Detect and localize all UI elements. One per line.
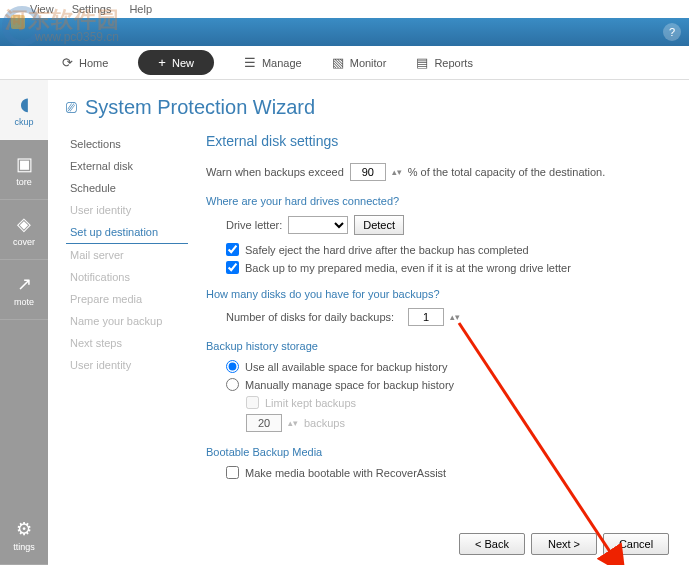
titlebar: ? bbox=[0, 18, 689, 46]
list-icon: ☰ bbox=[244, 55, 256, 70]
wizard: Selections External disk Schedule User i… bbox=[66, 133, 669, 555]
limit-label: Limit kept backups bbox=[265, 397, 356, 409]
step-selections[interactable]: Selections bbox=[66, 133, 188, 155]
history-heading: Backup history storage bbox=[206, 340, 669, 352]
sidebar-recover[interactable]: ◈cover bbox=[0, 200, 48, 260]
step-userid2: User identity bbox=[66, 354, 188, 376]
back-button[interactable]: < Back bbox=[459, 533, 525, 555]
disk-icon: ◖ bbox=[20, 93, 29, 115]
bootable-checkbox[interactable] bbox=[226, 466, 239, 479]
tab-reports[interactable]: ▤Reports bbox=[416, 55, 473, 70]
manual-label: Manually manage space for backup history bbox=[245, 379, 454, 391]
sidebar-settings[interactable]: ⚙ttings bbox=[0, 505, 48, 565]
step-name: Name your backup bbox=[66, 310, 188, 332]
tab-manage-label: Manage bbox=[262, 57, 302, 69]
tab-reports-label: Reports bbox=[434, 57, 473, 69]
tab-new-label: New bbox=[172, 57, 194, 69]
sidebar: ◖ckup ▣tore ◈cover ↗mote ⚙ttings bbox=[0, 80, 48, 565]
bootable-label: Make media bootable with RecoverAssist bbox=[245, 467, 446, 479]
sidebar-restore-label: tore bbox=[16, 177, 32, 187]
tab-manage[interactable]: ☰Manage bbox=[244, 55, 302, 70]
tab-monitor[interactable]: ▧Monitor bbox=[332, 55, 387, 70]
gear-icon: ⚙ bbox=[16, 518, 32, 540]
panel-title: External disk settings bbox=[206, 133, 669, 149]
howmany-heading: How many disks do you have for your back… bbox=[206, 288, 669, 300]
recover-icon: ◈ bbox=[17, 213, 31, 235]
limit-value-input bbox=[246, 414, 282, 432]
sidebar-settings-label: ttings bbox=[13, 542, 35, 552]
step-external[interactable]: External disk bbox=[66, 155, 188, 177]
drive-letter-label: Drive letter: bbox=[226, 219, 282, 231]
page-title-text: System Protection Wizard bbox=[85, 96, 315, 119]
step-prepare: Prepare media bbox=[66, 288, 188, 310]
devices-icon: ⎚ bbox=[66, 97, 77, 118]
drive-letter-select[interactable] bbox=[288, 216, 348, 234]
warn-threshold-input[interactable] bbox=[350, 163, 386, 181]
main: ◖ckup ▣tore ◈cover ↗mote ⚙ttings ⎚ Syste… bbox=[0, 80, 689, 565]
help-button[interactable]: ? bbox=[663, 23, 681, 41]
sidebar-restore[interactable]: ▣tore bbox=[0, 140, 48, 200]
step-schedule[interactable]: Schedule bbox=[66, 177, 188, 199]
tab-new[interactable]: +New bbox=[138, 50, 214, 75]
use-all-label: Use all available space for backup histo… bbox=[245, 361, 447, 373]
menu-view[interactable]: View bbox=[30, 3, 54, 15]
page-title: ⎚ System Protection Wizard bbox=[66, 96, 669, 119]
next-button[interactable]: Next > bbox=[531, 533, 597, 555]
num-disks-input[interactable] bbox=[408, 308, 444, 326]
image-icon: ▣ bbox=[16, 153, 33, 175]
content: ⎚ System Protection Wizard Selections Ex… bbox=[48, 80, 689, 565]
clipboard-icon: ▤ bbox=[416, 55, 428, 70]
limit-suffix: backups bbox=[304, 417, 345, 429]
use-all-radio[interactable] bbox=[226, 360, 239, 373]
menu-settings[interactable]: Settings bbox=[72, 3, 112, 15]
step-userid: User identity bbox=[66, 199, 188, 221]
safe-eject-checkbox[interactable] bbox=[226, 243, 239, 256]
step-mail: Mail server bbox=[66, 244, 188, 266]
arrow-icon: ↗ bbox=[17, 273, 32, 295]
settings-panel: External disk settings Warn when backups… bbox=[188, 133, 669, 555]
chart-icon: ▧ bbox=[332, 55, 344, 70]
num-disks-label: Number of disks for daily backups: bbox=[226, 311, 394, 323]
prepared-media-label: Back up to my prepared media, even if it… bbox=[245, 262, 571, 274]
wizard-footer: < Back Next > Cancel bbox=[459, 533, 669, 555]
plus-icon: + bbox=[158, 55, 166, 70]
cancel-button[interactable]: Cancel bbox=[603, 533, 669, 555]
sidebar-remote[interactable]: ↗mote bbox=[0, 260, 48, 320]
warn-label: Warn when backups exceed bbox=[206, 166, 344, 178]
tab-bar: ⟳Home +New ☰Manage ▧Monitor ▤Reports bbox=[0, 46, 689, 80]
limit-checkbox bbox=[246, 396, 259, 409]
manual-radio[interactable] bbox=[226, 378, 239, 391]
step-notifications: Notifications bbox=[66, 266, 188, 288]
sidebar-backup-label: ckup bbox=[14, 117, 33, 127]
where-heading: Where are your hard drives connected? bbox=[206, 195, 669, 207]
safe-eject-label: Safely eject the hard drive after the ba… bbox=[245, 244, 529, 256]
detect-button[interactable]: Detect bbox=[354, 215, 404, 235]
prepared-media-checkbox[interactable] bbox=[226, 261, 239, 274]
menu-help[interactable]: Help bbox=[129, 3, 152, 15]
sidebar-recover-label: cover bbox=[13, 237, 35, 247]
tab-home[interactable]: ⟳Home bbox=[62, 55, 108, 70]
tab-home-label: Home bbox=[79, 57, 108, 69]
wizard-steps: Selections External disk Schedule User i… bbox=[66, 133, 188, 555]
refresh-icon: ⟳ bbox=[62, 55, 73, 70]
sidebar-remote-label: mote bbox=[14, 297, 34, 307]
warn-suffix: % of the total capacity of the destinati… bbox=[408, 166, 606, 178]
menubar: View Settings Help bbox=[0, 0, 689, 18]
tab-monitor-label: Monitor bbox=[350, 57, 387, 69]
sidebar-backup[interactable]: ◖ckup bbox=[0, 80, 48, 140]
bootable-heading: Bootable Backup Media bbox=[206, 446, 669, 458]
step-setup-destination[interactable]: Set up destination bbox=[66, 221, 188, 244]
step-next: Next steps bbox=[66, 332, 188, 354]
